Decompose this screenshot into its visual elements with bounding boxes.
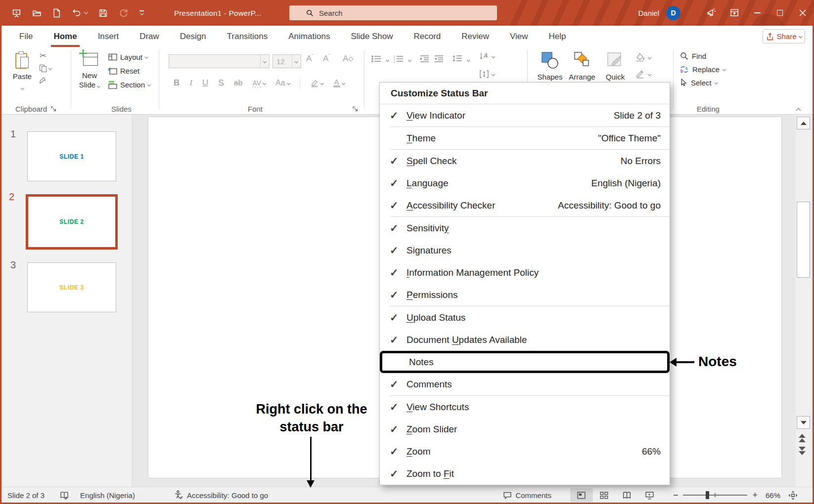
line-spacing-dropdown-icon[interactable] bbox=[467, 58, 470, 61]
menu-item-upload-status[interactable]: ✓Upload Status bbox=[380, 306, 670, 329]
replace-button[interactable]: bc Replace bbox=[680, 65, 725, 74]
reading-view-button[interactable] bbox=[616, 488, 638, 502]
slide-thumbnail-image[interactable]: SLIDE 3 bbox=[27, 262, 116, 312]
decrease-font-size-button[interactable]: Aˇ bbox=[323, 54, 330, 64]
slideshow-view-button[interactable] bbox=[638, 488, 661, 502]
decrease-indent-button[interactable] bbox=[420, 55, 429, 65]
menu-item-notes[interactable]: Notes bbox=[380, 351, 670, 373]
text-highlight-button[interactable] bbox=[310, 79, 323, 87]
clear-formatting-button[interactable]: A bbox=[343, 54, 353, 64]
tab-insert[interactable]: Insert bbox=[88, 26, 130, 47]
tab-animations[interactable]: Animations bbox=[278, 26, 340, 47]
menu-item-view-indicator[interactable]: ✓View IndicatorSlide 2 of 3 bbox=[380, 104, 670, 126]
status-bar[interactable]: Slide 2 of 3 English (Nigeria) Accessibi… bbox=[1, 487, 813, 503]
increase-font-size-button[interactable]: Aˆ bbox=[306, 54, 314, 64]
shape-outline-button[interactable] bbox=[635, 70, 651, 79]
menu-item-document-updates-available[interactable]: ✓Document Updates Available bbox=[380, 329, 670, 351]
bullets-dropdown-icon[interactable] bbox=[386, 58, 389, 61]
ribbon-display-options-icon[interactable] bbox=[723, 0, 746, 26]
undo-dropdown-icon[interactable] bbox=[84, 10, 88, 14]
menu-item-signatures[interactable]: ✓Signatures bbox=[380, 239, 670, 261]
zoom-in-button[interactable]: + bbox=[751, 490, 759, 501]
font-size-combobox[interactable]: 12 bbox=[272, 54, 301, 68]
tab-slide-show[interactable]: Slide Show bbox=[340, 26, 403, 47]
tab-transitions[interactable]: Transitions bbox=[217, 26, 278, 47]
menu-item-spell-check[interactable]: ✓Spell CheckNo Errors bbox=[380, 150, 670, 172]
character-spacing-button[interactable]: AV bbox=[252, 79, 266, 87]
shape-fill-button[interactable] bbox=[635, 53, 651, 62]
coming-soon-icon[interactable] bbox=[700, 0, 723, 26]
search-bar[interactable] bbox=[289, 5, 497, 20]
menu-item-theme[interactable]: Theme"Office Theme" bbox=[380, 127, 670, 149]
slide-indicator[interactable]: Slide 2 of 3 bbox=[7, 491, 45, 500]
collapse-ribbon-icon[interactable] bbox=[797, 105, 800, 114]
menu-item-zoom[interactable]: ✓Zoom66% bbox=[380, 440, 670, 462]
minimize-button[interactable] bbox=[746, 0, 769, 26]
line-spacing-button[interactable] bbox=[452, 55, 462, 65]
find-button[interactable]: Find bbox=[680, 52, 725, 60]
reset-button[interactable]: Reset bbox=[108, 67, 150, 75]
copy-dropdown-icon[interactable] bbox=[48, 67, 52, 70]
previous-slide-button[interactable] bbox=[799, 434, 806, 442]
bullets-button[interactable] bbox=[371, 55, 381, 65]
menu-item-sensitivity[interactable]: ✓Sensitivity bbox=[380, 217, 670, 239]
section-button[interactable]: Section bbox=[108, 81, 150, 89]
tab-help[interactable]: Help bbox=[539, 26, 577, 47]
vertical-scrollbar[interactable] bbox=[796, 115, 811, 487]
shapes-button[interactable]: Shapes bbox=[536, 51, 564, 81]
zoom-slider-thumb[interactable] bbox=[706, 491, 709, 499]
spell-check-icon[interactable] bbox=[59, 491, 69, 500]
underline-button[interactable]: U bbox=[202, 78, 208, 88]
menu-item-view-shortcuts[interactable]: ✓View Shortcuts bbox=[380, 396, 670, 418]
increase-indent-button[interactable] bbox=[434, 55, 444, 65]
tab-home[interactable]: Home bbox=[43, 26, 87, 47]
numbering-button[interactable]: 123 bbox=[394, 55, 404, 65]
search-input[interactable] bbox=[319, 9, 482, 17]
new-slide-dropdown-icon[interactable] bbox=[97, 84, 100, 88]
start-slideshow-icon[interactable] bbox=[12, 8, 21, 18]
slide-thumbnail-1[interactable]: 1SLIDE 1 bbox=[27, 131, 132, 181]
language-status[interactable]: English (Nigeria) bbox=[80, 491, 135, 500]
align-text-button[interactable] bbox=[479, 70, 495, 79]
slide-thumbnail-image[interactable]: SLIDE 2 bbox=[26, 194, 118, 250]
numbering-dropdown-icon[interactable] bbox=[408, 58, 411, 61]
font-name-combobox[interactable] bbox=[169, 54, 270, 68]
italic-button[interactable]: I bbox=[189, 78, 192, 88]
scroll-up-button[interactable] bbox=[797, 117, 810, 129]
scroll-down-button[interactable] bbox=[797, 416, 810, 429]
open-file-icon[interactable] bbox=[32, 8, 42, 18]
menu-item-zoom-to-fit[interactable]: ✓Zoom to Fit bbox=[380, 462, 670, 485]
menu-item-comments[interactable]: ✓Comments bbox=[380, 373, 670, 395]
slide-thumbnail-image[interactable]: SLIDE 1 bbox=[27, 131, 116, 181]
next-slide-button[interactable] bbox=[799, 447, 806, 455]
arrange-button[interactable]: Arrange bbox=[568, 51, 596, 81]
accessibility-status[interactable]: Accessibility: Good to go bbox=[174, 490, 268, 500]
menu-item-information-management-policy[interactable]: ✓Information Management Policy bbox=[380, 261, 670, 284]
menu-item-zoom-slider[interactable]: ✓Zoom Slider bbox=[380, 418, 670, 440]
zoom-out-button[interactable]: − bbox=[672, 490, 679, 501]
layout-button[interactable]: Layout bbox=[108, 53, 150, 61]
slide-thumbnail-3[interactable]: 3SLIDE 3 bbox=[27, 262, 132, 312]
cut-icon[interactable]: ✂ bbox=[40, 51, 46, 60]
font-dialog-launcher-icon[interactable] bbox=[353, 106, 358, 112]
share-dropdown-icon[interactable] bbox=[798, 35, 802, 38]
tab-design[interactable]: Design bbox=[170, 26, 217, 47]
user-name[interactable]: Daniel bbox=[638, 9, 659, 17]
tab-review[interactable]: Review bbox=[451, 26, 499, 47]
menu-item-language[interactable]: ✓LanguageEnglish (Nigeria) bbox=[380, 172, 670, 194]
share-button[interactable]: Share bbox=[763, 29, 805, 43]
slide-sorter-view-button[interactable] bbox=[593, 488, 616, 502]
comments-button[interactable]: Comments bbox=[503, 491, 551, 500]
text-shadow-button[interactable]: S bbox=[218, 78, 224, 88]
format-painter-icon[interactable] bbox=[39, 77, 47, 86]
quick-styles-button[interactable]: Quick bbox=[601, 51, 630, 81]
paste-dropdown-icon[interactable] bbox=[20, 86, 24, 90]
text-direction-button[interactable]: A bbox=[479, 52, 495, 61]
menu-item-permissions[interactable]: ✓Permissions bbox=[380, 284, 670, 306]
save-icon[interactable] bbox=[98, 8, 108, 18]
strikethrough-button[interactable]: ab bbox=[234, 79, 243, 87]
tab-file[interactable]: File bbox=[9, 26, 43, 47]
clipboard-dialog-launcher-icon[interactable] bbox=[51, 106, 56, 112]
font-color-button[interactable]: A bbox=[333, 79, 345, 87]
select-button[interactable]: Select bbox=[680, 79, 725, 87]
